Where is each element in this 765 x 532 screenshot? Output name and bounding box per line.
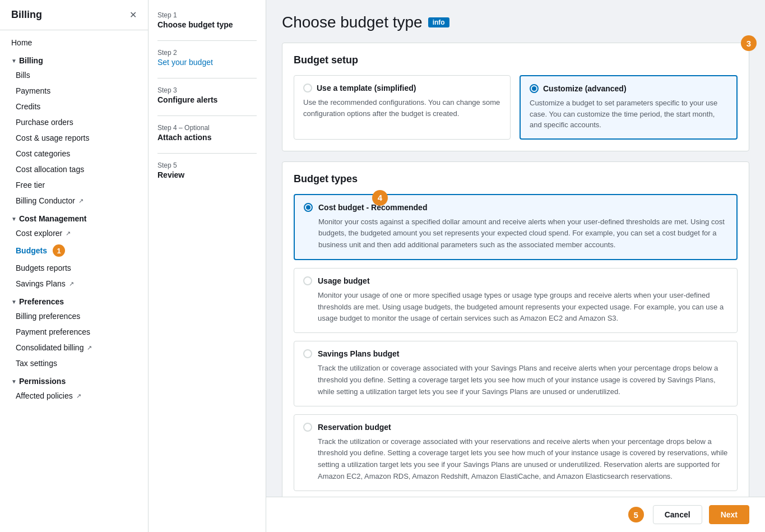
step-4-name: Attach actions xyxy=(157,133,257,142)
budget-type-cost-desc: Monitor your costs against a specified d… xyxy=(318,216,727,251)
chevron-down-icon: ▼ xyxy=(11,58,17,64)
steps-panel: Step 1 Choose budget type Step 2 Set you… xyxy=(149,0,266,532)
sidebar-section-billing[interactable]: ▼ Billing xyxy=(0,50,148,67)
budget-type-usage-desc: Monitor your usage of one or more specif… xyxy=(318,290,728,325)
sidebar-item-home[interactable]: Home xyxy=(0,35,148,50)
step-2: Step 2 Set your budget xyxy=(157,49,257,67)
sidebar: Billing ✕ Home ▼ Billing Bills Payments … xyxy=(0,0,149,532)
step-3-label: Step 3 xyxy=(157,86,257,94)
budget-options: Use a template (simplified) Use the reco… xyxy=(294,75,738,140)
external-link-icon: ↗ xyxy=(87,344,92,351)
step-5: Step 5 Review xyxy=(157,161,257,179)
close-icon[interactable]: ✕ xyxy=(129,10,137,20)
sidebar-item-cost-categories[interactable]: Cost categories xyxy=(0,146,148,161)
step-badge-1: 1 xyxy=(53,244,65,257)
info-badge[interactable]: info xyxy=(428,17,449,27)
step-1: Step 1 Choose budget type xyxy=(157,11,257,29)
budget-option-template-desc: Use the recommended configurations. You … xyxy=(303,97,501,119)
sidebar-item-free-tier[interactable]: Free tier xyxy=(0,177,148,193)
external-link-icon: ↗ xyxy=(76,392,81,400)
sidebar-item-savings-plans[interactable]: Savings Plans ↗ xyxy=(0,276,148,292)
chevron-down-icon: ▼ xyxy=(11,299,17,305)
budget-type-usage[interactable]: Usage budget Monitor your usage of one o… xyxy=(294,268,738,333)
budget-type-savings-desc: Track the utilization or coverage associ… xyxy=(318,363,728,397)
badge-5: 5 xyxy=(628,507,644,522)
step-4-optional: Optional xyxy=(184,124,210,132)
budget-type-cost[interactable]: Cost budget - Recommended Monitor your c… xyxy=(294,194,738,260)
budget-option-customize-title: Customize (advanced) xyxy=(543,84,627,93)
footer: 5 Cancel Next xyxy=(266,497,765,532)
budget-option-template-header: Use a template (simplified) xyxy=(303,84,501,92)
budget-type-cost-header: Cost budget - Recommended xyxy=(304,203,727,212)
budget-option-customize[interactable]: Customize (advanced) Customize a budget … xyxy=(520,75,738,140)
budget-type-reservation-header: Reservation budget xyxy=(303,423,728,432)
budget-setup-title: Budget setup xyxy=(294,54,738,66)
sidebar-section-cost-management[interactable]: ▼ Cost Management xyxy=(0,209,148,225)
sidebar-header: Billing ✕ xyxy=(0,0,148,30)
radio-savings[interactable] xyxy=(303,349,312,358)
page-title: Choose budget type xyxy=(282,13,423,31)
sidebar-item-bills[interactable]: Bills xyxy=(0,67,148,83)
chevron-down-icon: ▼ xyxy=(11,216,17,222)
sidebar-item-payment-preferences[interactable]: Payment preferences xyxy=(0,324,148,340)
step-3: Step 3 Configure alerts xyxy=(157,86,257,104)
budget-types-card: Budget types 4 Cost budget - Recommended… xyxy=(282,161,749,533)
sidebar-item-cost-allocation-tags[interactable]: Cost allocation tags xyxy=(0,161,148,177)
sidebar-item-billing-preferences[interactable]: Billing preferences xyxy=(0,308,148,324)
sidebar-item-cost-usage-reports[interactable]: Cost & usage reports xyxy=(0,130,148,146)
radio-usage[interactable] xyxy=(303,276,312,285)
step-5-label: Step 5 xyxy=(157,161,257,169)
cancel-button[interactable]: Cancel xyxy=(653,505,702,524)
budget-option-template[interactable]: Use a template (simplified) Use the reco… xyxy=(294,75,511,140)
sidebar-title: Billing xyxy=(11,9,42,21)
external-link-icon: ↗ xyxy=(66,230,71,237)
main-content: Choose budget type info Budget setup 3 U… xyxy=(266,0,765,532)
budget-type-reservation[interactable]: Reservation budget Track the utilization… xyxy=(294,414,738,491)
sidebar-section-permissions[interactable]: ▼ Permissions xyxy=(0,371,148,388)
budget-option-customize-header: Customize (advanced) xyxy=(530,84,727,93)
badge-4: 4 xyxy=(372,190,388,206)
sidebar-item-tax-settings[interactable]: Tax settings xyxy=(0,355,148,371)
sidebar-item-purchase-orders[interactable]: Purchase orders xyxy=(0,114,148,130)
step-3-name: Configure alerts xyxy=(157,95,257,104)
budget-option-customize-desc: Customize a budget to set parameters spe… xyxy=(530,98,727,131)
budget-type-savings-title: Savings Plans budget xyxy=(318,349,399,358)
budget-type-savings[interactable]: Savings Plans budget Track the utilizati… xyxy=(294,341,738,406)
sidebar-item-cost-explorer[interactable]: Cost explorer ↗ xyxy=(0,225,148,241)
budget-type-usage-title: Usage budget xyxy=(318,276,370,285)
sidebar-nav: Home ▼ Billing Bills Payments Credits Pu… xyxy=(0,30,148,408)
budget-type-reservation-title: Reservation budget xyxy=(318,423,391,432)
sidebar-item-budgets-reports[interactable]: Budgets reports xyxy=(0,260,148,276)
radio-template[interactable] xyxy=(303,84,312,92)
budget-type-reservation-desc: Track the utilization or coverage associ… xyxy=(318,436,728,483)
sidebar-section-preferences[interactable]: ▼ Preferences xyxy=(0,292,148,308)
badge-3: 3 xyxy=(741,35,757,51)
budget-type-savings-header: Savings Plans budget xyxy=(303,349,728,358)
radio-reservation[interactable] xyxy=(303,423,312,432)
step-2-name[interactable]: Set your budget xyxy=(157,58,257,67)
external-link-icon: ↗ xyxy=(69,280,74,288)
step-5-name: Review xyxy=(157,170,257,179)
budget-option-template-title: Use a template (simplified) xyxy=(317,84,416,92)
radio-customize[interactable] xyxy=(530,84,539,93)
budget-setup-card: Budget setup 3 Use a template (simplifie… xyxy=(282,43,749,151)
budget-types-title: Budget types xyxy=(294,173,738,185)
chevron-down-icon: ▼ xyxy=(11,378,17,385)
budget-type-usage-header: Usage budget xyxy=(303,276,728,285)
step-4: Step 4 – Optional Attach actions xyxy=(157,124,257,142)
sidebar-item-billing-conductor[interactable]: Billing Conductor ↗ xyxy=(0,193,148,209)
step-1-label: Step 1 xyxy=(157,11,257,19)
step-2-label: Step 2 xyxy=(157,49,257,57)
sidebar-item-consolidated-billing[interactable]: Consolidated billing ↗ xyxy=(0,340,148,355)
sidebar-item-budgets[interactable]: Budgets 1 xyxy=(0,241,148,260)
radio-cost[interactable] xyxy=(304,203,313,212)
sidebar-item-credits[interactable]: Credits xyxy=(0,99,148,114)
sidebar-item-affected-policies[interactable]: Affected policies ↗ xyxy=(0,388,148,404)
page-title-row: Choose budget type info xyxy=(282,13,749,31)
next-button[interactable]: Next xyxy=(709,505,749,524)
sidebar-item-payments[interactable]: Payments xyxy=(0,83,148,99)
step-1-name: Choose budget type xyxy=(157,20,257,29)
budget-type-cost-title: Cost budget - Recommended xyxy=(318,203,427,212)
step-4-label: Step 4 – Optional xyxy=(157,124,257,132)
external-link-icon: ↗ xyxy=(78,197,84,205)
